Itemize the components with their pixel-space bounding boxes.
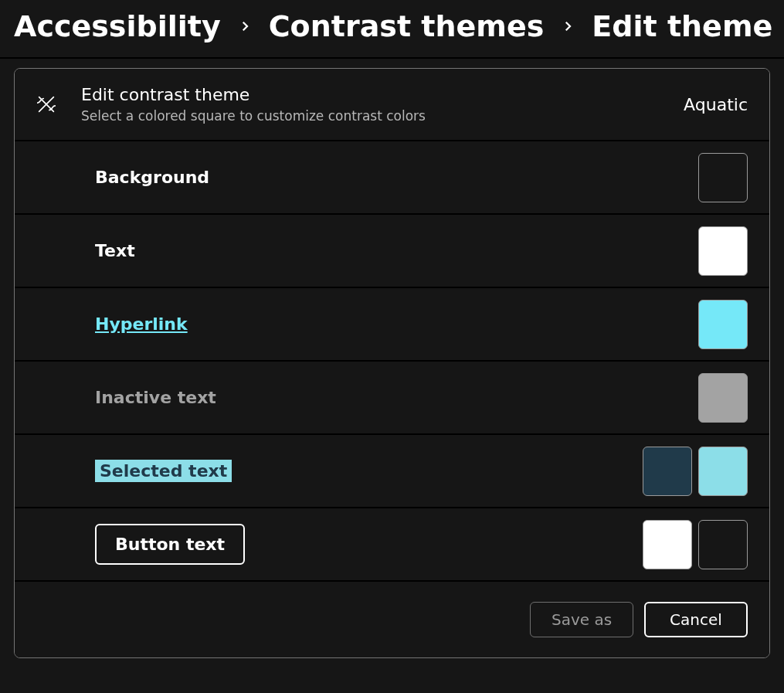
brush-icon <box>33 91 59 117</box>
row-inactive-text: Inactive text <box>15 362 769 435</box>
swatch-selected-text-fg[interactable] <box>643 447 692 496</box>
row-text: Text <box>15 215 769 288</box>
breadcrumb: Accessibility Contrast themes Edit theme <box>0 0 784 57</box>
breadcrumb-item-contrast-themes[interactable]: Contrast themes <box>269 9 545 43</box>
swatch-button-text-bg[interactable] <box>698 520 748 569</box>
breadcrumb-item-accessibility[interactable]: Accessibility <box>14 9 221 43</box>
label-inactive-text: Inactive text <box>95 388 698 407</box>
save-as-button[interactable]: Save as <box>530 602 633 637</box>
breadcrumb-item-edit-theme: Edit theme <box>592 9 772 43</box>
theme-name-label: Aquatic <box>684 95 748 114</box>
divider <box>0 57 784 59</box>
label-background: Background <box>95 168 698 187</box>
panel-header: Edit contrast theme Select a colored squ… <box>15 69 769 141</box>
chevron-right-icon <box>238 19 252 33</box>
panel-actions: Save as Cancel <box>15 582 769 657</box>
chevron-right-icon <box>561 19 575 33</box>
row-button-text: Button text <box>15 508 769 582</box>
cancel-button[interactable]: Cancel <box>644 602 748 637</box>
panel-title: Edit contrast theme <box>81 84 662 106</box>
row-selected-text: Selected text <box>15 435 769 508</box>
swatch-inactive-text[interactable] <box>698 373 748 423</box>
label-text: Text <box>95 241 698 260</box>
edit-contrast-theme-panel: Edit contrast theme Select a colored squ… <box>14 68 770 658</box>
swatch-button-text-fg[interactable] <box>643 520 692 569</box>
swatch-selected-text-bg[interactable] <box>698 447 748 496</box>
label-hyperlink: Hyperlink <box>95 314 188 334</box>
label-selected-text: Selected text <box>95 460 232 482</box>
swatch-text[interactable] <box>698 226 748 276</box>
row-hyperlink: Hyperlink <box>15 288 769 362</box>
row-background: Background <box>15 141 769 215</box>
swatch-hyperlink[interactable] <box>698 300 748 349</box>
label-button-text: Button text <box>95 524 245 565</box>
panel-subtitle: Select a colored square to customize con… <box>81 107 662 125</box>
swatch-background[interactable] <box>698 153 748 202</box>
